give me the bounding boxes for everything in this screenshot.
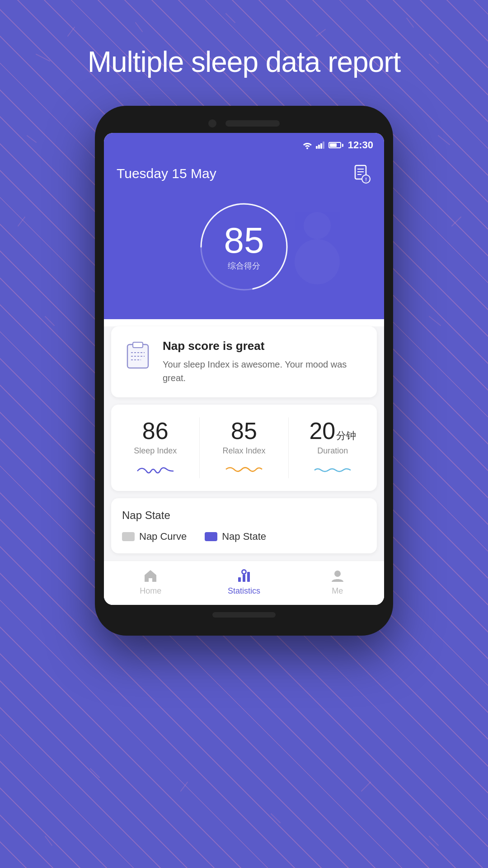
svg-line-14 [181,782,188,791]
svg-line-10 [438,136,450,145]
score-number: 85 [224,222,264,259]
legend-nap-curve: Nap Curve [122,531,187,542]
svg-line-9 [45,316,54,326]
me-icon [330,568,345,584]
legend-nap-state-label: Nap State [222,531,266,542]
phone-camera [208,119,216,127]
svg-line-17 [45,836,52,845]
phone-speaker [225,120,280,127]
legend-nap-state: Nap State [205,531,266,542]
battery-icon [328,142,343,148]
app-header: Tuesday 15 May ! [104,155,384,319]
nav-me-label: Me [332,586,343,596]
svg-point-43 [334,571,341,577]
svg-line-7 [27,136,36,142]
wifi-icon [302,141,312,149]
header-top: Tuesday 15 May ! [117,164,371,184]
nap-score-card: Nap score is great Your sleep Index is a… [111,326,377,397]
nap-state-title: Nap State [122,509,366,522]
legend-nap-curve-color [122,532,135,541]
svg-point-42 [243,571,245,573]
cards-section: Nap score is great Your sleep Index is a… [104,326,384,605]
stats-card: 86 Sleep Index 85 Relax Index [111,405,377,491]
bottom-nav: Home Statistics [104,561,384,605]
score-circle-container: 85 综合得分 [117,197,371,297]
signal-icon [316,142,325,149]
phone-top-bar [104,119,384,127]
clipboard-icon [122,339,154,373]
score-inner: 85 综合得分 [224,222,264,271]
svg-rect-38 [238,577,241,582]
phone-screen: 12:30 Tuesday 15 May ! [104,133,384,605]
sleep-index-value: 86 [118,417,192,444]
header-date: Tuesday 15 May [117,166,216,181]
score-label: 综合得分 [224,260,264,271]
nav-statistics-label: Statistics [228,586,260,596]
nav-me[interactable]: Me [291,568,384,596]
status-time: 12:30 [348,139,373,151]
svg-line-11 [452,217,461,226]
svg-text:!: ! [365,177,367,182]
svg-rect-19 [316,146,318,149]
duration-value: 20分钟 [296,417,370,444]
nap-state-legend: Nap Curve Nap State [122,531,366,542]
sleep-index-stat: 86 Sleep Index [111,417,200,478]
status-icons [302,141,343,149]
svg-line-12 [429,316,441,326]
legend-nap-curve-label: Nap Curve [139,531,187,542]
nap-state-card: Nap State Nap Curve Nap State [111,498,377,553]
nap-score-title: Nap score is great [163,339,366,353]
svg-line-15 [271,814,280,823]
report-icon[interactable]: ! [352,164,371,184]
relax-index-stat: 85 Relax Index [200,417,288,478]
relax-index-wave [224,462,264,476]
score-circle: 85 综合得分 [194,197,294,297]
relax-index-label: Relax Index [207,446,281,456]
nav-home-label: Home [140,586,161,596]
svg-line-18 [429,836,438,845]
phone-frame: 12:30 Tuesday 15 May ! [95,106,393,636]
svg-line-8 [18,217,25,226]
page-title: Multiple sleep data report [0,0,488,106]
relax-index-value: 85 [207,417,281,444]
nap-text-content: Nap score is great Your sleep Index is a… [163,339,366,385]
duration-stat: 20分钟 Duration [289,417,377,478]
svg-line-16 [361,782,371,791]
svg-point-29 [304,212,331,239]
svg-rect-34 [133,342,143,348]
svg-rect-39 [243,575,245,582]
sleep-index-label: Sleep Index [118,446,192,456]
nav-statistics[interactable]: Statistics [197,568,291,596]
svg-rect-20 [318,145,320,149]
svg-line-13 [90,769,99,778]
svg-point-30 [295,239,340,284]
nav-home[interactable]: Home [104,568,197,596]
svg-rect-40 [247,572,250,582]
legend-nap-state-color [205,532,217,541]
statistics-icon [236,568,252,584]
nap-score-description: Your sleep Index is awesome. Your mood w… [163,358,366,385]
home-icon [143,568,158,584]
duration-label: Duration [296,446,370,456]
svg-rect-22 [323,142,324,149]
phone-home-button [212,612,276,618]
duration-wave [312,462,353,476]
sleep-index-wave [135,462,176,476]
phone-bottom-bar [104,612,384,618]
status-bar: 12:30 [104,133,384,155]
svg-rect-21 [320,143,322,149]
